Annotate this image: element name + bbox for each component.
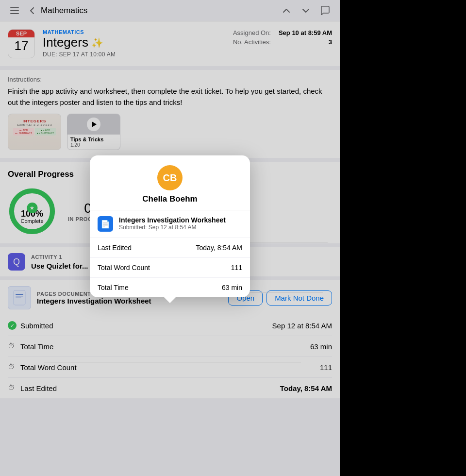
video-duration: 1:20 — [70, 142, 117, 148]
poster-title: INTEGERS — [13, 119, 56, 123]
popup-doc-info: Integers Investigation Worksheet Submitt… — [119, 216, 242, 231]
popup-last-edited-value: Today, 8:54 AM — [196, 244, 242, 252]
popup-word-count: Total Word Count 111 — [90, 258, 250, 278]
calendar-badge: SEP 17 — [8, 29, 35, 58]
star-badge: ★ — [27, 203, 37, 213]
play-button[interactable] — [87, 118, 100, 131]
svg-rect-7 — [16, 296, 23, 297]
video-title: Tips & Tricks — [70, 136, 117, 142]
play-icon — [92, 121, 97, 127]
svg-rect-6 — [16, 294, 23, 295]
submitted-check-icon: ✓ — [8, 321, 17, 330]
pages-doc-title: Integers Investigation Worksheet — [37, 297, 222, 305]
calendar-day: 17 — [15, 37, 29, 52]
svg-rect-8 — [16, 298, 21, 299]
media-row: INTEGERS EXAMPLE: -3 -2 -1 0 1 2 3 ● - A… — [8, 114, 332, 150]
progress-donut: ★ 100% Complete — [8, 187, 56, 236]
connector-line-2 — [248, 292, 323, 292]
assignment-header: SEP 17 MATHEMATICS Integers ✨ DUE: SEP 1… — [0, 21, 340, 66]
detail-rows: ✓ Submitted Sep 12 at 8:54 AM ⏱ Total Ti… — [0, 315, 340, 398]
nav-down-button[interactable] — [299, 4, 313, 17]
sparkle-icon: ✨ — [91, 37, 103, 49]
activity-label: ACTIVITY 1 — [31, 254, 88, 260]
word-count-value: 111 — [320, 363, 332, 372]
word-count-icon: ⏱ — [8, 363, 17, 372]
assigned-on-label: Assigned On: — [233, 29, 271, 36]
assigned-on-value: Sep 10 at 8:59 AM — [279, 29, 332, 36]
popup-total-time: Total Time 63 min — [90, 278, 250, 297]
no-activities-value: 3 — [329, 38, 332, 46]
assignment-title: Integers ✨ — [43, 35, 225, 50]
popup-header: CB Chella Boehm — [90, 155, 250, 210]
donut-label: Complete — [20, 218, 43, 224]
total-time-value: 63 min — [310, 342, 332, 351]
total-word-count-row: ⏱ Total Word Count 111 — [8, 357, 332, 378]
instructions-text: Finish the app activity and worksheet, t… — [8, 86, 332, 108]
popup-card: CB Chella Boehm 📄 Integers Investigation… — [90, 155, 250, 297]
comment-button[interactable] — [318, 4, 332, 17]
back-button[interactable] — [25, 4, 39, 17]
connector-line-1 — [240, 242, 328, 242]
integers-poster[interactable]: INTEGERS EXAMPLE: -3 -2 -1 0 1 2 3 ● - A… — [8, 114, 61, 150]
instructions-section: Instructions: Finish the app activity an… — [0, 70, 340, 158]
popup-doc-icon: 📄 — [98, 216, 113, 232]
activity-icon: Q — [8, 253, 25, 271]
assignment-subject: MATHEMATICS — [43, 29, 225, 35]
connector-line-3 — [44, 362, 301, 362]
popup-doc-row: 📄 Integers Investigation Worksheet Submi… — [90, 210, 250, 238]
popup-doc-title: Integers Investigation Worksheet — [119, 216, 242, 224]
video-thumb[interactable]: Tips & Tricks 1:20 — [67, 114, 120, 150]
popup-doc-submitted: Submitted: Sep 12 at 8:54 AM — [119, 224, 242, 231]
no-activities-label: No. Activities: — [233, 38, 271, 46]
popup-word-count-label: Total Word Count — [98, 264, 150, 272]
popup-total-time-label: Total Time — [98, 284, 129, 291]
svg-rect-2 — [10, 13, 19, 14]
last-edited-label: Last Edited — [20, 384, 57, 392]
total-time-label: Total Time — [20, 342, 53, 351]
popup-total-time-value: 63 min — [222, 284, 242, 291]
top-nav: Mathematics — [0, 0, 340, 21]
last-edited-icon: ⏱ — [8, 384, 17, 392]
word-count-label: Total Word Count — [20, 363, 77, 372]
total-time-icon: ⏱ — [8, 342, 17, 351]
last-edited-value: Today, 8:54 AM — [280, 384, 332, 392]
assignment-due: DUE: SEP 17 AT 10:00 AM — [43, 51, 225, 58]
popup-name: Chella Boehm — [98, 194, 242, 204]
activity-title: Use Quizlet for... — [31, 262, 88, 270]
popup-word-count-value: 111 — [231, 264, 242, 272]
submitted-value: Sep 12 at 8:54 AM — [272, 322, 332, 330]
last-edited-row: ⏱ Last Edited Today, 8:54 AM — [8, 378, 332, 398]
popup-last-edited: Last Edited Today, 8:54 AM — [90, 238, 250, 258]
popup-last-edited-label: Last Edited — [98, 244, 132, 252]
svg-rect-0 — [10, 7, 19, 8]
instructions-label: Instructions: — [8, 76, 332, 83]
sidebar-toggle-button[interactable] — [8, 4, 21, 17]
svg-rect-1 — [10, 10, 19, 11]
submitted-row: ✓ Submitted Sep 12 at 8:54 AM — [8, 315, 332, 336]
pages-doc-thumbnail — [8, 286, 31, 309]
assignment-meta: Assigned On: Sep 10 at 8:59 AM No. Activ… — [233, 29, 332, 58]
nav-up-button[interactable] — [280, 4, 293, 17]
calendar-month: SEP — [8, 30, 34, 37]
mark-not-done-button[interactable]: Mark Not Done — [266, 290, 332, 306]
avatar: CB — [157, 165, 183, 190]
nav-title: Mathematics — [41, 6, 280, 16]
total-time-row: ⏱ Total Time 63 min — [8, 336, 332, 357]
submitted-label: Submitted — [20, 322, 53, 330]
